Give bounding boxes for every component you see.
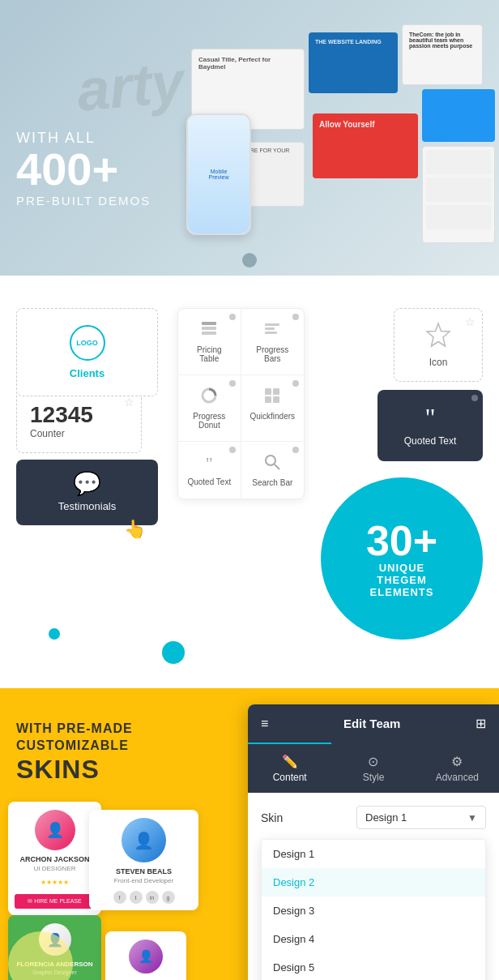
dropdown-option-2[interactable]: Design 2 <box>262 868 485 897</box>
pricing-table-icon <box>186 320 232 342</box>
content-tab-icon: ✏️ <box>254 754 325 769</box>
progress-bars-icon <box>250 320 296 342</box>
corner-dot-light <box>471 395 478 401</box>
mid-corner-dot-5 <box>229 447 236 453</box>
skin-label: Skin <box>261 811 283 824</box>
icon-star-shape <box>411 322 466 353</box>
quoted-text-label-mid: Quoted Text <box>186 477 232 486</box>
advanced-tab-icon: ⚙ <box>422 754 493 769</box>
thumb2-text: THE WEBSITE LANDING <box>309 32 398 51</box>
dropdown-option-5[interactable]: Design 5 <box>262 953 485 980</box>
mid-corner-dot-2 <box>292 314 299 320</box>
search-bar-label: Search Bar <box>250 478 296 487</box>
phone-mockup: MobilePreview <box>186 113 251 235</box>
tab-content[interactable]: ✏️ Content <box>248 742 331 793</box>
svg-rect-8 <box>273 388 279 395</box>
dropdown-option-3[interactable]: Design 3 <box>262 897 485 925</box>
skins-bold-text: SKINS <box>16 755 133 785</box>
profile-name-2: STEVEN BEALS <box>89 867 198 875</box>
card-testimonials: 💬 Testimonials 👆 <box>16 460 158 525</box>
thumb-3: TheCom: the job in beautiful team when p… <box>402 24 483 85</box>
social-icon-f: f <box>113 891 126 904</box>
svg-line-12 <box>275 464 279 469</box>
social-icon-t: t <box>130 891 143 904</box>
elements-grid: LOGO Clients ☆ 12345 Counter 💬 Testimoni… <box>16 308 483 640</box>
middle-grid: Pricing Table Progress Bars <box>178 309 304 499</box>
decorative-dot-2 <box>162 641 185 664</box>
svg-rect-4 <box>265 327 275 330</box>
thumb-7 <box>422 146 495 243</box>
style-tab-icon: ⊙ <box>338 754 408 769</box>
hero-section: arty Casual Title, Perfect for Baydmel T… <box>0 0 499 276</box>
quoted-text-icon-mid: " <box>186 453 232 474</box>
mid-card-quoted: " Quoted Text <box>178 442 241 499</box>
thumb6-text: Allow Yourself <box>313 113 418 135</box>
social-icon-in: in <box>146 891 159 904</box>
avatar-4: 👤 <box>129 939 163 974</box>
profile-role-2: Front-end Developer <box>89 875 198 891</box>
progress-bars-label: Progress Bars <box>250 345 296 363</box>
cards-left: LOGO Clients ☆ 12345 Counter 💬 Testimoni… <box>16 308 161 525</box>
thegem-subtitle2: ELEMENTS <box>370 586 434 598</box>
card-counter: ☆ 12345 Counter <box>16 388 142 453</box>
tab-advanced[interactable]: ⚙ Advanced <box>416 742 499 793</box>
dropdown-option-4[interactable]: Design 4 <box>262 925 485 953</box>
chevron-down-icon: ▼ <box>467 812 477 824</box>
svg-point-11 <box>266 456 275 465</box>
mid-card-search: Search Bar <box>241 442 304 499</box>
card-quoted-text: " Quoted Text <box>377 390 483 461</box>
search-bar-icon <box>250 453 296 475</box>
tab-style[interactable]: ⊙ Style <box>331 742 415 793</box>
dropdown-option-1[interactable]: Design 1 <box>262 840 485 868</box>
svg-rect-0 <box>202 322 216 325</box>
edit-team-panel: ≡ Edit Team ⊞ ✏️ Content ⊙ Style ⚙ Advan… <box>248 704 499 980</box>
mid-card-pricing: Pricing Table <box>178 309 241 375</box>
thumb3-text: TheCom: the job in beautiful team when p… <box>403 25 482 55</box>
svg-rect-9 <box>265 396 271 403</box>
clients-label: Clients <box>30 367 144 379</box>
dot-decoration <box>242 253 257 267</box>
profile-stars-1: ★★★★★ <box>8 879 101 891</box>
thumb-4 <box>422 89 495 142</box>
panel-hamburger-icon[interactable]: ≡ <box>261 717 268 731</box>
thegem-number: 30+ <box>366 520 437 562</box>
panel-grid-icon[interactable]: ⊞ <box>476 716 486 731</box>
pricing-table-label: Pricing Table <box>186 345 232 363</box>
card-clients: LOGO Clients <box>16 308 158 396</box>
star-icon-counter: ☆ <box>124 396 134 409</box>
testimonials-icon: 💬 <box>32 473 142 495</box>
with-pre-made-text: WITH PRE-MADECUSTOMIZABLE <box>16 721 133 755</box>
mid-corner-dot-4 <box>292 380 299 387</box>
progress-donut-icon <box>186 387 232 409</box>
hero-pre-built: PRE-BUILT DEMOS <box>16 194 151 208</box>
counter-number: 12345 <box>30 402 128 428</box>
panel-title: Edit Team <box>343 717 401 730</box>
testimonials-label: Testimonials <box>32 500 142 512</box>
counter-label: Counter <box>30 428 128 439</box>
mid-card-progress-bars: Progress Bars <box>241 309 304 375</box>
hero-count: 400+ <box>16 147 151 192</box>
profile-btn-1: ✉ HIRE ME PLEASE <box>15 894 95 909</box>
svg-rect-1 <box>202 327 216 330</box>
advanced-tab-label: Advanced <box>422 772 493 783</box>
thegem-subtitle1: THEGEM <box>377 574 427 586</box>
hand-cursor-icon: 👆 <box>124 519 146 540</box>
profile-name-1: ARCHON JACKSON <box>8 855 101 863</box>
skin-select-dropdown[interactable]: Design 1 ▼ <box>356 806 486 829</box>
svg-rect-10 <box>273 396 279 403</box>
hero-text-block: WITH ALL 400+ PRE-BUILT DEMOS <box>16 130 151 208</box>
skin-dropdown-menu: Design 1 Design 2 Design 3 Design 4 Desi… <box>261 839 486 980</box>
skins-section: WITH PRE-MADECUSTOMIZABLE SKINS 👤 ARCHON… <box>0 688 499 980</box>
svg-rect-2 <box>202 332 216 335</box>
svg-rect-3 <box>265 323 279 326</box>
avatar-1: 👤 <box>35 810 75 850</box>
quickfinders-icon <box>250 387 296 409</box>
decorative-dot-1 <box>49 628 60 640</box>
mid-card-quickfinders: Quickfinders <box>241 375 304 442</box>
content-tab-label: Content <box>254 772 325 783</box>
skin-select-value: Design 1 <box>365 811 407 824</box>
svg-rect-5 <box>265 332 277 334</box>
logo-circle: LOGO <box>70 325 105 361</box>
mid-corner-dot-1 <box>229 314 236 320</box>
star-icon-top-right: ☆ <box>465 315 476 328</box>
